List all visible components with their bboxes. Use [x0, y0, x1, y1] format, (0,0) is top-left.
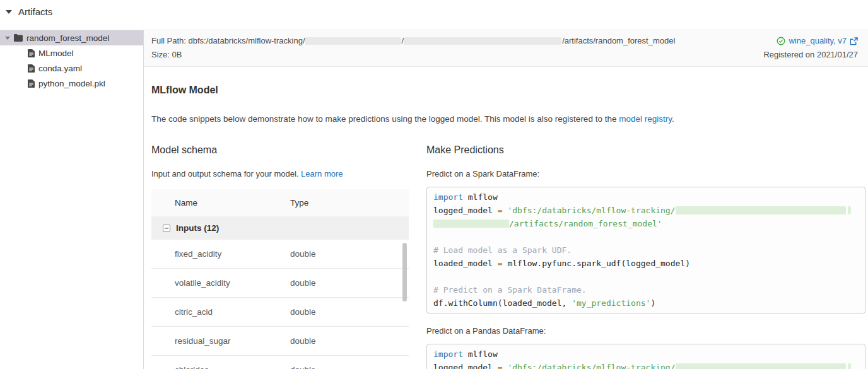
text-segment: ): [650, 298, 655, 308]
schema-section-title: Model schema: [151, 144, 409, 156]
full-path-label: Full Path:: [151, 36, 186, 45]
artifact-info-bar: Full Path: dbfs:/databricks/mlflow-track…: [144, 30, 868, 67]
redacted-text: [433, 220, 509, 228]
model-registry-link[interactable]: model registry: [619, 114, 672, 124]
code-line: logged_model = 'dbfs:/databricks/mlflow-…: [433, 204, 859, 217]
schema-table-header: Name Type: [151, 189, 409, 216]
redacted-text: [848, 206, 851, 214]
redacted-text: [305, 37, 401, 45]
text-segment: dbfs:/databricks/mlflow-tracking/: [189, 36, 305, 45]
model-schema-section: Model schema Input and output schema for…: [151, 144, 409, 369]
schema-table: Name Type Inputs (12) fixed_aciditydoubl…: [151, 189, 409, 369]
artifacts-panel: Artifacts random_forest_model MLmodel co…: [0, 0, 868, 369]
artifacts-section-header: Artifacts: [0, 1, 868, 30]
spark-code-snippet: import mlflowlogged_model = 'dbfs:/datab…: [426, 187, 865, 313]
text-segment: mlflow: [463, 192, 498, 202]
artifact-tree-sidebar: random_forest_model MLmodel conda.yaml p…: [0, 30, 144, 369]
code-line: /artifacts/random_forest_model': [433, 217, 859, 230]
schema-table-row: residual_sugardouble: [151, 327, 409, 356]
learn-more-link[interactable]: Learn more: [301, 169, 343, 179]
tree-file-label: conda.yaml: [38, 64, 82, 73]
text-segment: logged_model: [433, 363, 498, 369]
tree-file-list: MLmodel conda.yaml python_model.pkl: [0, 45, 143, 91]
schema-table-row: citric_aciddouble: [151, 298, 409, 327]
registered-date: Registered on 2021/01/27: [763, 48, 858, 62]
registered-model-link[interactable]: wine_quality, v7: [789, 34, 847, 48]
artifact-detail-pane: Full Path: dbfs:/databricks/mlflow-track…: [144, 30, 868, 369]
schema-field-type: double: [290, 249, 316, 259]
text-segment: mlflow.pyfunc.spark_udf(logged_model): [503, 259, 690, 268]
column-header-name: Name: [151, 198, 290, 208]
size-label: Size:: [151, 50, 170, 59]
redacted-text: [848, 363, 851, 369]
size-value: 0B: [172, 50, 182, 59]
full-path-value: dbfs:/databricks/mlflow-tracking///artif…: [189, 36, 676, 45]
pandas-code-snippet: import mlflowlogged_model = 'dbfs:/datab…: [426, 344, 865, 369]
full-path-line: Full Path: dbfs:/databricks/mlflow-track…: [151, 34, 675, 48]
collapse-minus-icon[interactable]: [163, 225, 170, 232]
redacted-text: [676, 363, 846, 369]
code-line: loaded_model = mlflow.pyfunc.spark_udf(l…: [433, 257, 859, 270]
schema-rows: fixed_aciditydoublevolatile_aciditydoubl…: [151, 240, 409, 369]
code-line: # Predict on a Spark DataFrame.: [433, 283, 859, 296]
file-text-icon: [28, 79, 35, 88]
text-segment: /artifacts/random_forest_model': [509, 219, 662, 228]
tree-file-row[interactable]: python_model.pkl: [0, 76, 143, 91]
text-segment: import: [433, 349, 463, 359]
text-segment: import: [433, 192, 463, 202]
schema-table-row: fixed_aciditydouble: [151, 240, 409, 269]
column-header-type: Type: [290, 198, 308, 208]
code-line: df.withColumn(loaded_model, 'my_predicti…: [433, 296, 859, 310]
schema-field-type: double: [290, 307, 316, 317]
schema-field-name: citric_acid: [151, 307, 290, 317]
text-segment: /artifacts/random_forest_model: [562, 36, 675, 45]
size-line: Size: 0B: [151, 48, 675, 62]
code-line: import mlflow: [433, 348, 859, 361]
text-segment: # Load model as a Spark UDF.: [433, 245, 572, 255]
spark-snippet-label: Predict on a Spark DataFrame:: [426, 169, 865, 179]
model-description: The code snippets below demonstrate how …: [151, 114, 865, 124]
artifacts-title: Artifacts: [18, 6, 52, 17]
folder-icon: [14, 34, 23, 42]
schema-inputs-group-row[interactable]: Inputs (12): [151, 216, 409, 240]
description-text: The code snippets below demonstrate how …: [151, 114, 619, 124]
schema-field-name: chlorides: [151, 365, 290, 369]
tree-file-row[interactable]: conda.yaml: [0, 61, 143, 76]
mlflow-model-doc: MLflow Model The code snippets below dem…: [144, 67, 868, 369]
make-predictions-section: Make Predictions Predict on a Spark Data…: [426, 144, 865, 369]
text-segment: loaded_model: [433, 259, 498, 268]
tree-folder-label: random_forest_model: [26, 33, 109, 43]
folder-caret-icon[interactable]: [5, 37, 10, 40]
text-segment: =: [498, 363, 503, 369]
check-circle-icon: [777, 37, 785, 45]
code-line: [433, 270, 859, 283]
collapse-caret-icon[interactable]: [6, 10, 12, 14]
text-segment: =: [498, 206, 503, 215]
inputs-group-label: Inputs (12): [176, 223, 219, 233]
tree-file-label: python_model.pkl: [38, 79, 105, 88]
text-segment: # Predict on a Spark DataFrame.: [433, 285, 587, 295]
description-period: .: [672, 114, 674, 124]
redacted-text: [404, 37, 561, 45]
schema-table-row: volatile_aciditydouble: [151, 269, 409, 298]
external-link-icon[interactable]: [850, 37, 858, 45]
tree-file-label: MLmodel: [38, 49, 74, 58]
schema-field-type: double: [290, 278, 316, 288]
text-segment: mlflow: [463, 349, 498, 359]
table-scrollbar-thumb[interactable]: [402, 243, 407, 302]
text-segment: =: [498, 259, 503, 268]
text-segment: logged_model: [433, 206, 498, 215]
predictions-section-title: Make Predictions: [426, 144, 865, 156]
schema-table-row: chloridesdouble: [151, 356, 409, 369]
schema-subtitle: Input and output schema for your model. …: [151, 169, 409, 179]
tree-folder-row-selected[interactable]: random_forest_model: [0, 30, 143, 45]
code-line: logged_model = 'dbfs:/databricks/mlflow-…: [433, 361, 859, 369]
text-segment: df.withColumn(loaded_model,: [433, 298, 572, 308]
pandas-snippet-label: Predict on a Pandas DataFrame:: [426, 326, 865, 336]
tree-file-row[interactable]: MLmodel: [0, 45, 143, 61]
schema-field-name: residual_sugar: [151, 336, 290, 346]
schema-subtitle-text: Input and output schema for your model.: [151, 169, 301, 179]
schema-field-type: double: [290, 336, 316, 346]
text-segment: 'dbfs:/databricks/mlflow-tracking/: [507, 363, 675, 369]
redacted-text: [676, 206, 846, 214]
